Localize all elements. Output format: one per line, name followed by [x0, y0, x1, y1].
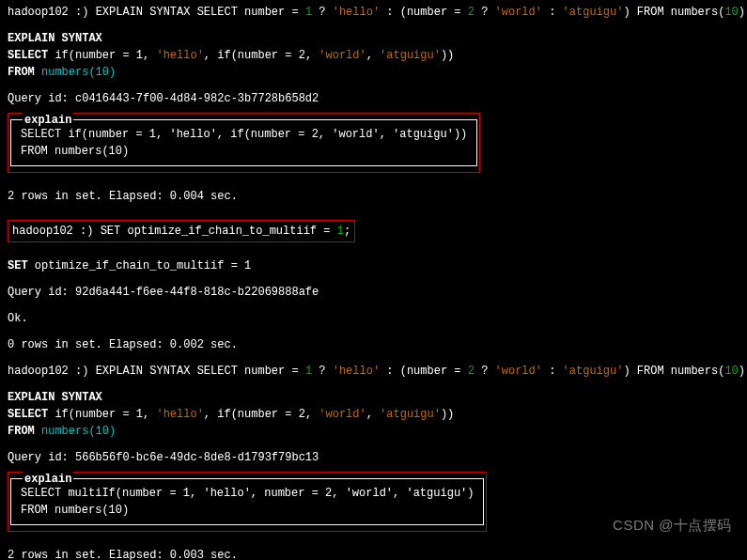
echo-set: SET optimize_if_chain_to_multiif = 1	[8, 257, 739, 274]
explain-box-2: explain SELECT multiIf(number = 1, 'hell…	[10, 478, 484, 525]
echo-select-1: SELECT if(number = 1, 'hello', if(number…	[8, 47, 739, 64]
rows-summary-3: 2 rows in set. Elapsed: 0.003 sec.	[8, 547, 739, 560]
echo-explain-2: EXPLAIN SYNTAX	[8, 389, 739, 406]
explain-legend: explain	[23, 471, 73, 488]
query-id-1: Query id: c0416443-7f00-4d84-982c-3b7728…	[8, 90, 739, 107]
explain-line: SELECT multiIf(number = 1, 'hello', numb…	[21, 485, 474, 502]
echo-select-2: SELECT if(number = 1, 'hello', if(number…	[8, 406, 739, 423]
query-id-3: Query id: 566b56f0-bc6e-49dc-8de8-d1793f…	[8, 449, 739, 466]
explain-box-1: explain SELECT if(number = 1, 'hello', i…	[10, 119, 477, 166]
explain-line: FROM numbers(10)	[21, 143, 467, 160]
prompt-line-3: hadoop102 :) EXPLAIN SYNTAX SELECT numbe…	[8, 363, 739, 380]
explain-line: SELECT if(number = 1, 'hello', if(number…	[21, 126, 467, 143]
echo-from-1: FROM numbers(10)	[8, 64, 739, 81]
echo-from-2: FROM numbers(10)	[8, 423, 739, 440]
result-box-2: explain SELECT multiIf(number = 1, 'hell…	[8, 472, 487, 532]
set-command-box: hadoop102 :) SET optimize_if_chain_to_mu…	[8, 220, 355, 242]
result-box-1: explain SELECT if(number = 1, 'hello', i…	[8, 113, 480, 173]
ok-line: Ok.	[8, 310, 739, 327]
explain-legend: explain	[23, 112, 73, 129]
prompt-line-1: hadoop102 :) EXPLAIN SYNTAX SELECT numbe…	[8, 4, 739, 21]
rows-summary-2: 0 rows in set. Elapsed: 0.002 sec.	[8, 336, 739, 353]
query-id-2: Query id: 92d6a441-f6ee-44f8-818c-b22069…	[8, 284, 739, 301]
rows-summary-1: 2 rows in set. Elapsed: 0.004 sec.	[8, 188, 739, 205]
echo-explain-1: EXPLAIN SYNTAX	[8, 30, 739, 47]
watermark: CSDN @十点摆码	[613, 515, 732, 537]
prompt-line-2: hadoop102 :) SET optimize_if_chain_to_mu…	[12, 223, 350, 240]
explain-line: FROM numbers(10)	[21, 502, 474, 519]
